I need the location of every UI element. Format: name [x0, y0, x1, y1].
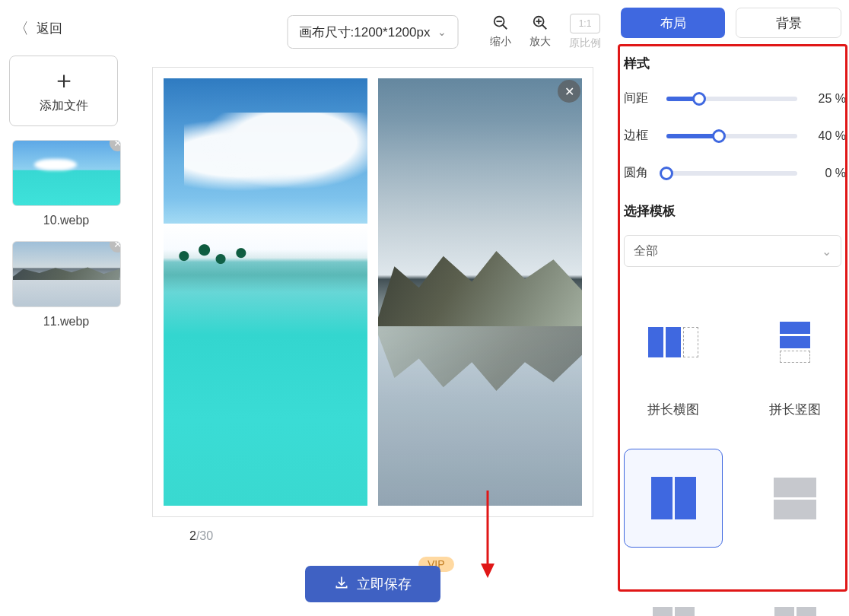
- svg-line-4: [542, 25, 547, 30]
- save-button-label: 立即保存: [357, 575, 412, 593]
- template-long-horizontal[interactable]: 拼长横图: [624, 293, 723, 418]
- template-filter-value: 全部: [634, 243, 658, 259]
- canvas-size-select[interactable]: 画布尺寸:1200*1200px ⌄: [288, 15, 459, 49]
- radius-value: 0 %: [809, 167, 849, 180]
- back-label: 返回: [37, 20, 62, 37]
- template-2col-selected[interactable]: [624, 449, 723, 548]
- canvas-close-button[interactable]: ✕: [558, 80, 580, 103]
- spacing-label: 间距: [624, 90, 654, 106]
- radius-label: 圆角: [624, 165, 654, 181]
- zoom-out-label: 缩小: [490, 35, 511, 49]
- template-quad-b[interactable]: [746, 578, 844, 616]
- ratio-label: 原比例: [569, 37, 601, 50]
- save-button[interactable]: 立即保存: [305, 566, 440, 602]
- zoom-in-label: 放大: [529, 35, 551, 49]
- thumbnail-2-name: 11.webp: [43, 315, 90, 329]
- chevron-down-icon: ⌄: [437, 26, 447, 38]
- add-file-label: 添加文件: [40, 98, 88, 114]
- plus-icon: ＋: [52, 68, 76, 92]
- canvas-size-label: 画布尺寸:1200*1200px: [299, 24, 431, 41]
- template-long-vertical[interactable]: 拼长竖图: [746, 293, 844, 418]
- radius-slider[interactable]: [666, 171, 797, 176]
- thumbnail-2-remove[interactable]: ✕: [110, 241, 121, 252]
- ratio-icon: 1:1: [570, 14, 600, 33]
- thumbnail-2[interactable]: ✕: [12, 241, 121, 307]
- template-quad-a[interactable]: [624, 578, 723, 616]
- thumbnail-1-name: 10.webp: [43, 214, 90, 227]
- tab-layout[interactable]: 布局: [621, 8, 725, 38]
- template-label: 拼长竖图: [769, 401, 821, 418]
- svg-line-1: [503, 25, 507, 30]
- zoom-in-icon: [531, 14, 549, 32]
- thumbnail-1[interactable]: ✕: [12, 140, 121, 206]
- canvas-image-1[interactable]: [164, 78, 367, 506]
- spacing-slider[interactable]: [666, 97, 797, 101]
- annotation-arrow: [476, 491, 499, 585]
- template-section-title: 选择模板: [624, 202, 849, 220]
- zoom-out-button[interactable]: 缩小: [490, 14, 511, 49]
- back-button[interactable]: 〈 返回: [14, 18, 123, 39]
- canvas-frame[interactable]: ✕: [153, 68, 593, 516]
- page-counter: 2/30: [189, 529, 213, 543]
- style-section-title: 样式: [624, 55, 849, 72]
- spacing-value: 25 %: [809, 92, 849, 106]
- download-icon: [334, 575, 349, 594]
- add-file-button[interactable]: ＋ 添加文件: [9, 56, 118, 126]
- template-2row[interactable]: [746, 449, 844, 548]
- border-slider[interactable]: [666, 134, 797, 138]
- chevron-left-icon: 〈: [14, 18, 29, 39]
- template-filter-select[interactable]: 全部 ⌄: [624, 235, 841, 267]
- tab-background[interactable]: 背景: [736, 8, 841, 38]
- zoom-in-button[interactable]: 放大: [529, 14, 551, 49]
- border-label: 边框: [624, 128, 654, 144]
- template-label: 拼长横图: [647, 401, 699, 418]
- border-value: 40 %: [809, 129, 849, 143]
- original-ratio-button[interactable]: 1:1 原比例: [569, 14, 601, 50]
- canvas-image-2[interactable]: [378, 78, 582, 506]
- svg-marker-8: [481, 564, 494, 578]
- thumbnail-1-remove[interactable]: ✕: [110, 140, 121, 151]
- zoom-out-icon: [491, 14, 510, 32]
- chevron-down-icon: ⌄: [822, 244, 832, 259]
